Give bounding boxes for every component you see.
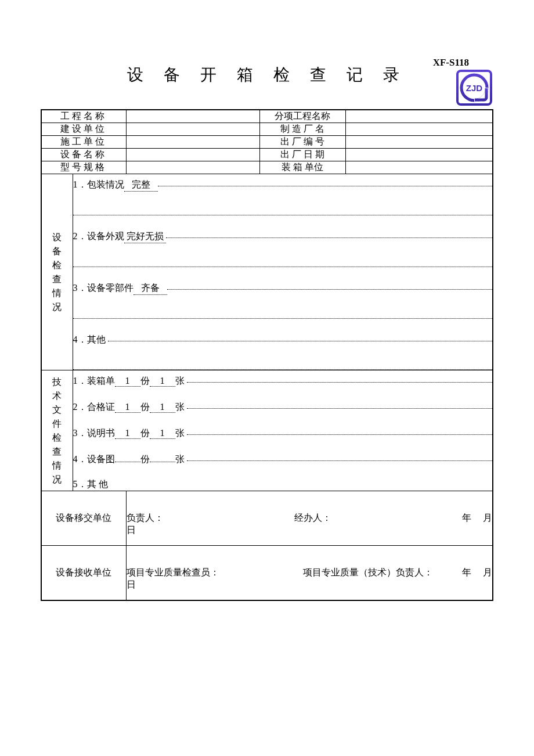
handover-signatures: 负责人： 经办人： 年 月 日 — [126, 491, 493, 546]
tech-3-label: 3．说明书 — [73, 427, 115, 440]
tech-1-v2[interactable]: 1 — [150, 376, 175, 387]
unit: 张 — [175, 375, 185, 387]
lbl-handler: 经办人： — [294, 512, 331, 524]
lbl-month: 月 — [483, 567, 492, 579]
equipment-inspection-content: 1．包装情况完整 2．设备外观完好无损 3．设备零部件齐备 4．其他 — [73, 174, 493, 370]
item-2-label: 2．设备外观 — [73, 231, 124, 243]
tech-1-v1[interactable]: 1 — [115, 376, 140, 387]
lbl-handover-unit: 设备移交单位 — [41, 491, 126, 546]
table-row: 建设单位制 造 厂 名 — [41, 123, 493, 136]
blank[interactable] — [219, 567, 304, 579]
tech-3-v2[interactable]: 1 — [150, 428, 175, 439]
dotted-line — [166, 228, 493, 238]
blank[interactable] — [331, 512, 462, 524]
lbl-responsible: 负责人： — [127, 512, 164, 524]
dotted-line — [187, 373, 493, 383]
unit: 张 — [175, 453, 185, 466]
lbl-year: 年 — [462, 567, 471, 579]
blank[interactable] — [164, 512, 294, 524]
tech-3-v1[interactable]: 1 — [115, 428, 140, 439]
lbl-qc-responsible: 项目专业质量（技术）负责人： — [303, 567, 433, 579]
unit: 份 — [140, 453, 150, 466]
lbl-acceptance-unit: 设备接收单位 — [41, 546, 126, 601]
dotted-line — [73, 359, 493, 370]
table-row: 工程名称分项工程名称 — [41, 110, 493, 123]
item-3-label: 3．设备零部件 — [73, 282, 134, 294]
lbl-month: 月 — [483, 512, 492, 524]
lbl-day: 日 — [127, 525, 136, 535]
dotted-line — [167, 280, 493, 290]
val-project-name[interactable] — [126, 110, 259, 123]
tech-4-label: 4．设备图 — [73, 453, 115, 466]
tech-doc-inspection-row: 技术文件检查情况 1．装箱单1份1张 2．合格证1份1张 3．说明书1份1张 4… — [41, 370, 493, 491]
unit: 份 — [140, 375, 150, 387]
doc-title: 设 备 开 箱 检 查 记 录 — [41, 64, 493, 109]
item-2-value[interactable]: 完好无损 — [124, 231, 166, 243]
lbl-day: 日 — [127, 579, 136, 589]
page: XF-S118 ZJD 设 备 开 箱 检 查 记 录 工程名称分项工程名称 建… — [0, 0, 534, 756]
unit: 张 — [175, 401, 185, 413]
val-packing-unit[interactable] — [345, 161, 493, 174]
tech-4-v1[interactable] — [115, 462, 140, 462]
tech-2-label: 2．合格证 — [73, 401, 115, 413]
tech-1-label: 1．装箱单 — [73, 375, 115, 387]
acceptance-row: 设备接收单位 项目专业质量检查员： 项目专业质量（技术）负责人： 年 月 日 — [41, 546, 493, 601]
lbl-equipment-name: 设备名称 — [41, 149, 126, 161]
dotted-line — [73, 256, 493, 267]
tech-2-v2[interactable]: 1 — [150, 402, 175, 413]
unit: 张 — [175, 427, 185, 440]
acceptance-signatures: 项目专业质量检查员： 项目专业质量（技术）负责人： 年 月 日 — [126, 546, 493, 601]
dotted-line — [187, 425, 493, 435]
dotted-line — [73, 308, 493, 319]
table-row: 设备名称出 厂 日 期 — [41, 149, 493, 161]
tech-5-label: 5．其 他 — [73, 478, 108, 491]
val-factory-date[interactable] — [345, 149, 493, 161]
lbl-construction-unit1: 建设单位 — [41, 123, 126, 136]
tech-2-v1[interactable]: 1 — [115, 402, 140, 413]
val-construction-unit2[interactable] — [126, 136, 259, 149]
lbl-subproject-name: 分项工程名称 — [259, 110, 345, 123]
val-manufacturer[interactable] — [345, 123, 493, 136]
lbl-model-spec: 型号规格 — [41, 161, 126, 174]
table-row: 型号规格装 箱 单位 — [41, 161, 493, 174]
lbl-qc-inspector: 项目专业质量检查员： — [127, 567, 219, 579]
item-3-value[interactable]: 齐备 — [134, 282, 167, 295]
item-1-label: 1．包装情况 — [73, 179, 124, 191]
svg-text:ZJD: ZJD — [466, 83, 483, 93]
lbl-project-name: 工程名称 — [41, 110, 126, 123]
dotted-line — [73, 204, 493, 215]
dotted-line — [187, 399, 493, 409]
lbl-manufacturer: 制 造 厂 名 — [259, 123, 345, 136]
val-subproject-name[interactable] — [345, 110, 493, 123]
val-model-spec[interactable] — [126, 161, 259, 174]
lbl-factory-date: 出 厂 日 期 — [259, 149, 345, 161]
val-equipment-name[interactable] — [126, 149, 259, 161]
unit: 份 — [140, 401, 150, 413]
val-construction-unit1[interactable] — [126, 123, 259, 136]
val-factory-no[interactable] — [345, 136, 493, 149]
table-row: 施工单位出 厂 编 号 — [41, 136, 493, 149]
lbl-year: 年 — [462, 512, 471, 524]
form-table: 工程名称分项工程名称 建设单位制 造 厂 名 施工单位出 厂 编 号 设备名称出… — [41, 109, 493, 601]
equipment-inspection-row: 设备检查情况 1．包装情况完整 2．设备外观完好无损 3．设备零部件齐备 4．其… — [41, 174, 493, 370]
handover-row: 设备移交单位 负责人： 经办人： 年 月 日 — [41, 491, 493, 546]
item-1-value[interactable]: 完整 — [124, 179, 158, 192]
lbl-construction-unit2: 施工单位 — [41, 136, 126, 149]
lbl-packing-unit: 装 箱 单位 — [259, 161, 345, 174]
item-4-label: 4．其他 — [73, 334, 106, 346]
tech-4-v2[interactable] — [150, 462, 175, 462]
tech-doc-inspection-content: 1．装箱单1份1张 2．合格证1份1张 3．说明书1份1张 4．设备图份张 5．… — [73, 370, 493, 491]
form-code: XF-S118 — [433, 57, 469, 69]
section-equipment-inspection: 设备检查情况 — [41, 174, 73, 370]
dotted-line — [187, 451, 493, 461]
dotted-line — [158, 177, 493, 186]
lbl-factory-no: 出 厂 编 号 — [259, 136, 345, 149]
logo-stamp: ZJD — [456, 70, 492, 108]
section-tech-doc-inspection: 技术文件检查情况 — [41, 370, 73, 491]
unit: 份 — [140, 427, 150, 440]
dotted-line — [108, 332, 493, 341]
